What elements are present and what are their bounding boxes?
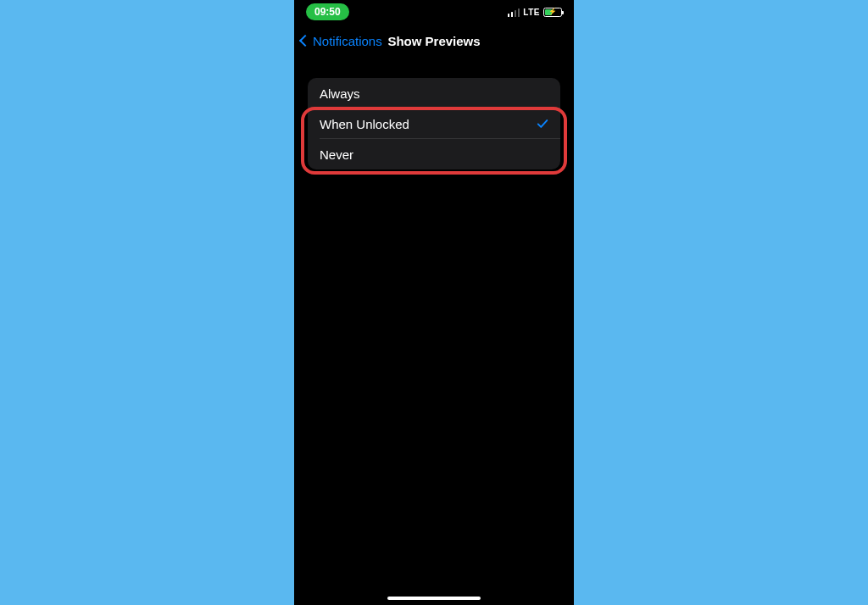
back-button[interactable]: Notifications [301,34,382,48]
option-never[interactable]: Never [308,139,560,169]
status-right: LTE ⚡ [508,8,562,17]
chevron-left-icon [299,35,311,47]
checkmark-icon [537,118,548,130]
home-indicator[interactable] [387,597,481,600]
status-bar: 09:50 LTE ⚡ [294,0,574,24]
option-label: Never [320,147,353,162]
battery-icon: ⚡ [543,8,562,17]
signal-icon [508,8,520,17]
options-list: Always When Unlocked Never [308,78,560,169]
option-always[interactable]: Always [308,78,560,108]
back-label: Notifications [313,34,382,48]
option-when-unlocked[interactable]: When Unlocked [308,108,560,139]
option-label: Always [320,86,360,101]
page-title: Show Previews [387,34,480,48]
option-label: When Unlocked [320,117,409,131]
nav-bar: Notifications Show Previews [294,24,574,58]
content-area: Always When Unlocked Never [294,58,574,169]
phone-frame: 09:50 LTE ⚡ Notifications Show Previews … [294,0,574,605]
network-label: LTE [523,8,540,17]
status-time-pill: 09:50 [306,3,349,20]
